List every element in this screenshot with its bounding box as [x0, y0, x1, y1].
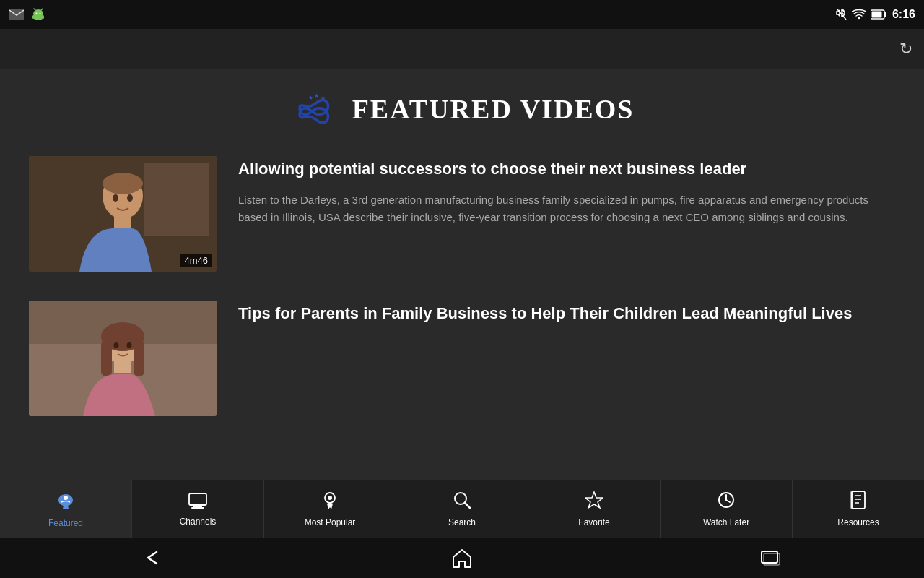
channels-icon: [188, 491, 208, 514]
duration-badge-1: 4m46: [180, 254, 212, 267]
time-display: 6:16: [892, 8, 915, 21]
nav-label-favorite: Favorite: [578, 517, 609, 527]
svg-rect-48: [850, 491, 853, 509]
svg-text:★: ★: [308, 95, 313, 101]
nav-label-resources: Resources: [837, 517, 879, 527]
nav-item-watch-later[interactable]: Watch Later: [661, 480, 793, 538]
main-content: ★ ★ ★ Featured Videos: [0, 69, 924, 480]
svg-rect-34: [193, 505, 202, 507]
svg-point-19: [103, 173, 143, 194]
star-icon: [585, 491, 603, 514]
svg-line-39: [465, 503, 470, 508]
thumbnail-1[interactable]: 4m46: [29, 156, 217, 272]
nav-item-channels[interactable]: Channels: [132, 480, 264, 538]
video-title-2: Tips for Parents in Family Business to H…: [238, 303, 895, 324]
svg-point-3: [40, 13, 41, 14]
svg-rect-8: [42, 15, 44, 19]
thumbnail-bg-2: [29, 301, 217, 416]
nav-label-featured: Featured: [48, 518, 83, 528]
svg-rect-44: [852, 491, 865, 509]
status-left-icons: [9, 7, 46, 22]
svg-point-21: [113, 194, 118, 202]
video-card-2[interactable]: Tips for Parents in Family Business to H…: [29, 301, 895, 416]
recent-button[interactable]: [749, 545, 792, 571]
svg-point-2: [36, 13, 38, 14]
svg-rect-12: [884, 12, 886, 17]
video-info-1: Allowing potential successors to choose …: [238, 156, 895, 226]
svg-point-31: [127, 342, 132, 348]
svg-rect-33: [189, 493, 206, 505]
nav-label-search: Search: [448, 517, 476, 527]
popular-icon: [321, 491, 339, 514]
top-bar: ↻: [0, 29, 924, 69]
search-icon: [453, 491, 471, 514]
home-button[interactable]: [440, 545, 484, 571]
svg-rect-0: [9, 9, 24, 20]
svg-marker-40: [585, 492, 603, 508]
svg-line-4: [34, 9, 35, 10]
svg-rect-6: [34, 15, 43, 20]
refresh-button[interactable]: ↻: [899, 40, 912, 59]
svg-rect-11: [871, 12, 881, 18]
svg-rect-17: [144, 163, 209, 236]
svg-rect-28: [134, 340, 144, 376]
svg-rect-20: [114, 215, 131, 228]
svg-point-30: [114, 342, 119, 348]
status-right-icons: 6:16: [836, 8, 915, 21]
svg-line-5: [41, 9, 43, 10]
video-title-1: Allowing potential successors to choose …: [238, 159, 895, 180]
nav-item-popular[interactable]: Most Popular: [264, 480, 396, 538]
clock-icon: [717, 491, 736, 514]
page-header: ★ ★ ★ Featured Videos: [29, 91, 895, 127]
svg-point-22: [127, 194, 133, 202]
bottom-nav: Featured Channels Most Popular: [0, 480, 924, 538]
featured-icon: [56, 490, 76, 515]
svg-rect-27: [101, 340, 112, 376]
gmail-icon: [9, 7, 25, 22]
nav-item-resources[interactable]: Resources: [793, 480, 924, 538]
svg-point-37: [328, 496, 332, 500]
logo-icon: ★ ★ ★: [290, 91, 341, 127]
video-description-1: Listen to the Darleys, a 3rd generation …: [238, 191, 895, 226]
svg-text:★: ★: [314, 92, 319, 99]
nav-item-favorite[interactable]: Favorite: [528, 480, 661, 538]
thumbnail-2[interactable]: [29, 301, 217, 416]
svg-line-43: [726, 500, 730, 502]
video-info-2: Tips for Parents in Family Business to H…: [238, 301, 895, 336]
back-button[interactable]: [132, 545, 175, 571]
book-icon: [850, 491, 867, 514]
android-nav: [0, 538, 924, 578]
status-bar: 6:16: [0, 0, 924, 29]
nav-item-featured[interactable]: Featured: [0, 480, 132, 538]
video-card-1[interactable]: 4m46 Allowing potential successors to ch…: [29, 156, 895, 272]
svg-rect-29: [114, 361, 131, 373]
nav-item-search[interactable]: Search: [396, 480, 528, 538]
page-title: Featured Videos: [352, 93, 635, 125]
nav-label-channels: Channels: [180, 517, 217, 527]
android-icon: [30, 7, 46, 22]
nav-label-popular: Most Popular: [305, 517, 356, 527]
svg-rect-35: [191, 507, 204, 509]
svg-rect-7: [32, 15, 35, 19]
svg-point-32: [64, 496, 68, 500]
nav-label-watch-later: Watch Later: [703, 517, 749, 527]
